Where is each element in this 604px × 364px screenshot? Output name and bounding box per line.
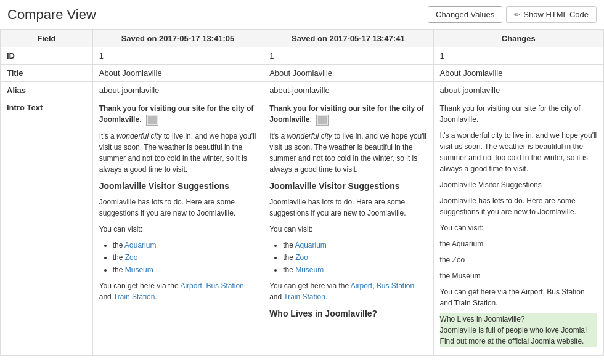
table-header-row: Field Saved on 2017-05-17 13:41:05 Saved… <box>1 30 604 47</box>
top-bar: Compare View Changed Values ✏ Show HTML … <box>0 0 604 30</box>
field-id-change: 1 <box>433 47 603 65</box>
changes-p9: You can get here via the Airport, Bus St… <box>440 286 597 309</box>
aquarium-link-saved2[interactable]: Aquarium <box>295 241 327 249</box>
intro-content-changes: Thank you for visiting our site for the … <box>440 103 597 347</box>
list-item: the Zoo <box>113 252 256 263</box>
intro-list-saved2: the Aquarium the Zoo the Museum <box>269 240 426 275</box>
intro-p4-saved1: You can visit: <box>99 224 256 235</box>
aquarium-link-saved1[interactable]: Aquarium <box>124 241 156 249</box>
intro-p3-saved1: Joomlaville has lots to do. Here are som… <box>99 196 256 219</box>
museum-link-saved2[interactable]: Museum <box>295 265 324 274</box>
intro-p3-saved2: Joomlaville has lots to do. Here are som… <box>269 196 426 219</box>
table-row-title: Title About Joomlaville About Joomlavill… <box>1 65 604 82</box>
intro-h3-saved1: Joomlaville Visitor Suggestions <box>99 180 256 193</box>
image-icon-saved1 <box>146 115 158 126</box>
changes-p10-highlight: Who Lives in Joomlaville?Joomlaville is … <box>440 313 597 347</box>
table-row-id: ID 1 1 1 <box>1 47 604 65</box>
intro-p2-saved2: It's a wonderful city to live in, and we… <box>269 131 426 175</box>
changed-values-button[interactable]: Changed Values <box>428 6 502 23</box>
intro-content-saved1: Thank you for visiting our site for the … <box>99 103 256 302</box>
field-alias-val2: about-joomlaville <box>263 82 433 99</box>
intro-p1-saved1: Thank you for visiting our site for the … <box>99 103 256 126</box>
zoo-link-saved1[interactable]: Zoo <box>125 253 138 262</box>
changes-p6: the Aquarium <box>440 238 597 249</box>
intro-p5-saved1: You can get here via the Airport, Bus St… <box>99 280 256 302</box>
field-title-label: Title <box>1 65 93 82</box>
top-actions: Changed Values ✏ Show HTML Code <box>428 6 597 23</box>
list-item: the Aquarium <box>283 240 426 251</box>
zoo-link-saved2[interactable]: Zoo <box>295 253 308 262</box>
field-intro-text-val2: Thank you for visiting our site for the … <box>263 99 433 356</box>
changes-p5: You can visit: <box>440 222 597 233</box>
table-row-intro-text: Intro Text Thank you for visiting our si… <box>1 99 604 356</box>
intro-content-saved2: Thank you for visiting our site for the … <box>269 103 426 320</box>
field-intro-text-val1: Thank you for visiting our site for the … <box>92 99 263 356</box>
intro-h3b-saved2: Who Lives in Joomlaville? <box>269 307 426 320</box>
list-item: the Aquarium <box>113 240 256 251</box>
field-title-val2: About Joomlaville <box>263 65 433 82</box>
intro-p1-saved2: Thank you for visiting our site for the … <box>269 103 426 126</box>
field-intro-text-label: Intro Text <box>1 99 93 356</box>
changes-p7: the Zoo <box>440 254 597 265</box>
field-id-val2: 1 <box>263 47 433 65</box>
train-link-saved1[interactable]: Train Station <box>113 293 155 301</box>
field-intro-text-changes: Thank you for visiting our site for the … <box>433 99 603 356</box>
bus-link-saved1[interactable]: Bus Station <box>206 281 243 290</box>
changes-p4: Joomlaville has lots to do. Here are som… <box>440 195 597 217</box>
image-icon-saved2 <box>316 115 329 126</box>
field-alias-val1: about-joomlaville <box>92 82 263 99</box>
page-title: Compare View <box>7 7 96 23</box>
airport-link-saved1[interactable]: Airport <box>180 281 202 290</box>
compare-table: Field Saved on 2017-05-17 13:41:05 Saved… <box>0 30 604 356</box>
intro-p5-saved2: You can get here via the Airport, Bus St… <box>269 280 426 302</box>
bus-link-saved2[interactable]: Bus Station <box>377 281 414 290</box>
changes-p2: It's a wonderful city to live in, and we… <box>440 130 597 174</box>
table-row-alias: Alias about-joomlaville about-joomlavill… <box>1 82 604 99</box>
col-header-changes: Changes <box>433 30 603 47</box>
field-id-label: ID <box>1 47 93 65</box>
intro-p2-saved1: It's a wonderful city to live in, and we… <box>99 131 256 175</box>
col-header-field: Field <box>1 30 93 47</box>
museum-link-saved1[interactable]: Museum <box>125 265 153 274</box>
field-title-change: About Joomlaville <box>433 65 603 82</box>
intro-p4-saved2: You can visit: <box>269 224 426 235</box>
changes-p3: Joomlaville Visitor Suggestions <box>440 179 597 190</box>
intro-h3-saved2: Joomlaville Visitor Suggestions <box>269 180 426 193</box>
field-alias-label: Alias <box>1 82 93 99</box>
field-title-val1: About Joomlaville <box>92 65 263 82</box>
field-alias-change: about-joomlaville <box>433 82 603 99</box>
col-header-saved1: Saved on 2017-05-17 13:41:05 <box>92 30 263 47</box>
list-item: the Museum <box>113 264 256 275</box>
changes-p8: the Museum <box>440 270 597 281</box>
show-html-button[interactable]: ✏ Show HTML Code <box>506 6 597 23</box>
col-header-saved2: Saved on 2017-05-17 13:47:41 <box>263 30 433 47</box>
list-item: the Museum <box>283 264 426 275</box>
intro-list-saved1: the Aquarium the Zoo the Museum <box>99 240 256 275</box>
list-item: the Zoo <box>283 252 426 263</box>
pencil-icon: ✏ <box>514 10 520 19</box>
airport-link-saved2[interactable]: Airport <box>351 281 372 290</box>
train-link-saved2[interactable]: Train Station <box>284 293 325 301</box>
field-id-val1: 1 <box>92 47 263 65</box>
changes-p1: Thank you for visiting our site for the … <box>440 103 597 125</box>
